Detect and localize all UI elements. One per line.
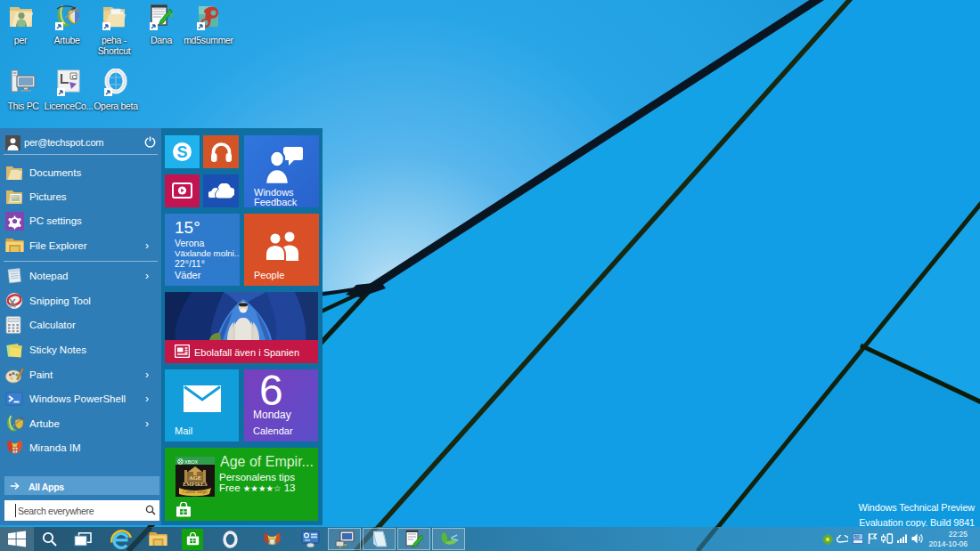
svg-text:XBOX: XBOX (184, 459, 199, 465)
svg-text:50: 50 (854, 534, 860, 539)
svg-text:EMPIRES: EMPIRES (183, 482, 208, 487)
svg-text:AGE: AGE (189, 474, 201, 481)
svg-text:C: C (72, 73, 78, 81)
svg-text:Castle Siege: Castle Siege (183, 489, 208, 494)
svg-text:S: S (176, 143, 187, 161)
